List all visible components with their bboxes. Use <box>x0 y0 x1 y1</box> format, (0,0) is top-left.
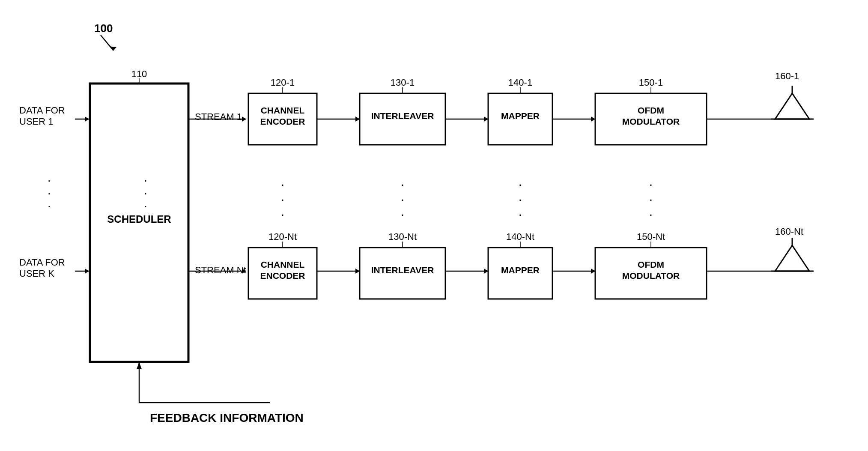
svg-marker-52 <box>137 362 142 369</box>
chain-dots8: · <box>519 192 522 206</box>
svg-marker-9 <box>242 116 246 122</box>
antnt-ref: 160-Nt <box>775 226 803 237</box>
input-userk-line1: DATA FOR <box>19 257 65 268</box>
stream-dots3: · <box>144 199 147 212</box>
stream-dots2: · <box>144 186 147 200</box>
interleaver1-label: INTERLEAVER <box>371 111 434 121</box>
chain-dots11: · <box>649 192 653 206</box>
scheduler-ref: 110 <box>131 69 147 79</box>
streamnt-label: STREAM Nt <box>195 265 246 275</box>
chain-dots6: · <box>401 207 404 221</box>
ofdmnt-label-line1: OFDM <box>638 260 664 269</box>
dots-middle3: · <box>48 199 51 212</box>
input-user1-line2: USER 1 <box>19 116 53 127</box>
chain-dots7: · <box>519 177 522 191</box>
ant1-ref: 160-1 <box>775 71 799 81</box>
interleaver1-ref: 130-1 <box>391 77 415 88</box>
chain-dots5: · <box>401 192 404 206</box>
dots-middle: · <box>48 173 51 187</box>
ofdm1-label-line1: OFDM <box>638 105 664 115</box>
interleavernt-label: INTERLEAVER <box>371 265 434 275</box>
svg-marker-46 <box>775 245 809 271</box>
svg-marker-7 <box>85 269 89 274</box>
ofdmnt-ref: 150-Nt <box>637 231 665 242</box>
ofdm1-label-line2: MODULATOR <box>622 116 680 126</box>
dots-middle2: · <box>48 186 51 200</box>
chain-dots3: · <box>281 207 284 221</box>
chain-dots10: · <box>649 177 653 191</box>
figure-ref-label: 100 <box>94 22 113 35</box>
chain-dots4: · <box>401 177 404 191</box>
mappernt-label: MAPPER <box>501 265 540 275</box>
diagram-container: 100 SCHEDULER 110 DATA FOR USER 1 · · · … <box>0 0 868 451</box>
chain-dots1: · <box>281 177 284 191</box>
input-user1-line1: DATA FOR <box>19 105 65 116</box>
encoder1-label-line2: ENCODER <box>260 116 305 126</box>
stream1-label: STREAM 1 <box>195 111 242 122</box>
svg-marker-5 <box>85 116 89 122</box>
encodernt-label-line1: CHANNEL <box>261 260 305 269</box>
feedback-label: FEEDBACK INFORMATION <box>150 411 304 424</box>
mapper1-label: MAPPER <box>501 111 540 121</box>
ofdmnt-label-line2: MODULATOR <box>622 271 680 281</box>
scheduler-label: SCHEDULER <box>107 213 171 225</box>
interleavernt-ref: 130-Nt <box>388 231 417 242</box>
encoder1-ref: 120-1 <box>271 77 295 88</box>
chain-dots9: · <box>519 207 522 221</box>
stream-dots1: · <box>144 173 147 187</box>
encoder1-label-line1: CHANNEL <box>261 105 305 115</box>
mappernt-ref: 140-Nt <box>506 231 534 242</box>
chain-dots12: · <box>649 207 653 221</box>
ofdm1-ref: 150-1 <box>639 77 663 88</box>
svg-marker-26 <box>775 93 809 119</box>
encodernt-label-line2: ENCODER <box>260 271 305 281</box>
encodernt-ref: 120-Nt <box>268 231 297 242</box>
chain-dots2: · <box>281 192 284 206</box>
input-userk-line2: USER K <box>19 268 54 279</box>
mapper1-ref: 140-1 <box>508 77 532 88</box>
svg-marker-1 <box>109 46 116 51</box>
